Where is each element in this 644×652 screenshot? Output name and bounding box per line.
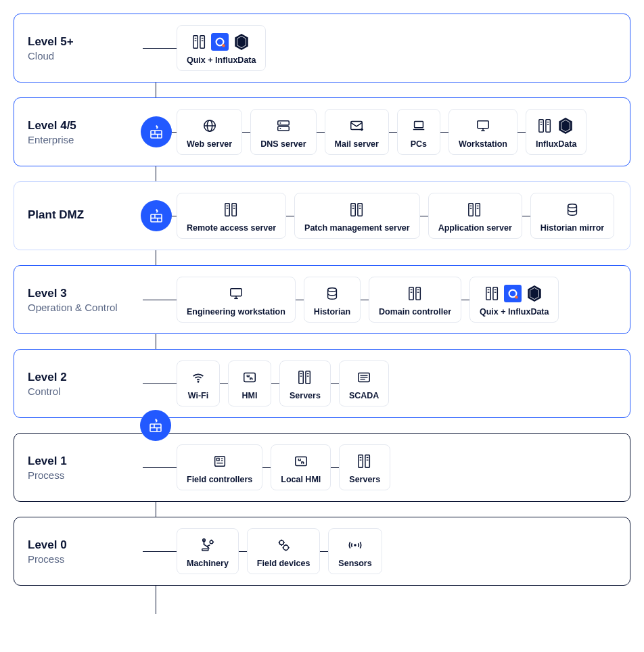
influxdata-node: InfluxData xyxy=(526,109,586,155)
node-label: Local HMI xyxy=(281,475,321,484)
nodes-row: Field controllersLocal HMIServers xyxy=(177,444,390,490)
servers-node: Servers xyxy=(279,360,331,406)
node-label: Quix + InfluxData xyxy=(187,55,256,65)
node-icon-row xyxy=(356,368,371,387)
level-title: Level 3 xyxy=(28,287,143,300)
level-title: Level 2 xyxy=(28,371,143,384)
historian-node: Historian xyxy=(304,277,361,323)
node-label: Servers xyxy=(349,475,380,484)
level-title: Plant DMZ xyxy=(28,208,143,222)
dns-server-node: DNS server xyxy=(250,109,316,155)
node-label: DNS server xyxy=(260,139,306,149)
level-label: Plant DMZ xyxy=(28,208,143,223)
level-subtitle: Operation & Control xyxy=(28,302,143,313)
rack-icon xyxy=(298,370,313,385)
level-subtitle: Enterprise xyxy=(28,134,143,145)
level-level1: Level 1ProcessField controllersLocal HMI… xyxy=(14,433,630,502)
nodes-row: Quix + InfluxData xyxy=(177,25,266,71)
robot-icon xyxy=(200,538,215,553)
level-title: Level 4/5 xyxy=(28,119,143,133)
rack-icon xyxy=(357,454,372,469)
node-icon-row xyxy=(349,116,364,135)
node-label: Mail server xyxy=(335,139,379,149)
laptop-icon xyxy=(411,118,426,133)
node-label: Wi-Fi xyxy=(188,391,208,400)
level-label: Level 1Process xyxy=(28,455,143,481)
node-icon-row xyxy=(212,452,227,471)
rack-icon xyxy=(350,202,365,217)
node-label: Application server xyxy=(438,223,512,233)
hmi-icon xyxy=(294,454,308,469)
wifi-node: Wi-Fi xyxy=(177,360,220,406)
level-level5plus: Level 5+CloudQuix + InfluxData xyxy=(14,14,630,83)
node-icon-row xyxy=(192,32,250,51)
level-label: Level 3Operation & Control xyxy=(28,287,143,313)
quix-influxdata-node-2: Quix + InfluxData xyxy=(469,277,559,323)
globe-icon xyxy=(202,118,217,133)
node-label: Remote access server xyxy=(187,223,276,233)
influx-icon xyxy=(526,285,543,302)
node-label: Web server xyxy=(187,139,232,149)
firewall-badge-between xyxy=(140,410,171,441)
level-title: Level 1 xyxy=(28,455,143,468)
mail-server-node: Mail server xyxy=(325,109,389,155)
node-icon-row xyxy=(200,536,215,555)
node-label: Engineering workstation xyxy=(187,307,285,317)
quix-icon xyxy=(504,285,522,302)
workstation-node: Workstation xyxy=(448,109,518,155)
controller-icon xyxy=(212,454,227,469)
node-label: Historian xyxy=(314,307,350,317)
firewall-icon xyxy=(148,208,164,224)
db-icon xyxy=(325,286,340,301)
node-icon-row xyxy=(408,284,423,303)
node-icon-row xyxy=(485,284,543,303)
node-label: Sensors xyxy=(338,559,371,568)
sensor-icon xyxy=(348,538,363,553)
level-plantdmz: Plant DMZRemote access serverPatch manag… xyxy=(14,181,630,250)
node-icon-row xyxy=(538,116,574,135)
level-label: Level 5+Cloud xyxy=(28,35,143,62)
node-label: PCs xyxy=(411,139,427,149)
scada-icon xyxy=(356,370,371,385)
nodes-row: Engineering workstationHistorianDomain c… xyxy=(177,277,559,323)
level-level0: Level 0ProcessMachineryField devicesSens… xyxy=(14,517,630,586)
local-hmi-node: Local HMI xyxy=(271,444,331,490)
historian-mirror-node: Historian mirror xyxy=(530,193,614,239)
scada-node: SCADA xyxy=(339,360,389,406)
node-icon-row xyxy=(294,452,308,471)
node-label: SCADA xyxy=(349,391,379,400)
level-subtitle: Control xyxy=(28,386,143,397)
node-label: Domain controller xyxy=(379,307,451,317)
patch-mgmt-node: Patch management server xyxy=(294,193,420,239)
node-icon-row xyxy=(276,116,291,135)
level-title: Level 5+ xyxy=(28,35,143,49)
servers-node-2: Servers xyxy=(339,444,390,490)
monitor-icon xyxy=(229,286,244,301)
node-label: InfluxData xyxy=(536,139,576,149)
node-icon-row xyxy=(325,284,340,303)
node-icon-row xyxy=(565,200,580,219)
node-icon-row xyxy=(411,116,426,135)
hmi-icon xyxy=(242,370,257,385)
quix-icon xyxy=(211,33,229,51)
node-icon-row xyxy=(476,116,490,135)
node-label: Machinery xyxy=(187,559,229,568)
firewall-icon xyxy=(148,124,164,140)
node-icon-row xyxy=(242,368,257,387)
node-icon-row xyxy=(350,200,365,219)
influx-icon xyxy=(557,117,574,135)
quix-influxdata-node: Quix + InfluxData xyxy=(177,25,266,71)
web-server-node: Web server xyxy=(177,109,242,155)
level-label: Level 2Control xyxy=(28,371,143,397)
pcs-node: PCs xyxy=(397,109,440,155)
node-label: Field controllers xyxy=(187,475,252,484)
domain-controller-node: Domain controller xyxy=(369,277,461,323)
level-subtitle: Process xyxy=(28,553,143,565)
node-icon-row xyxy=(467,200,482,219)
nodes-row: Wi-FiHMIServersSCADA xyxy=(177,360,389,406)
node-label: HMI xyxy=(242,391,258,400)
rack-icon xyxy=(224,202,239,217)
level-title: Level 0 xyxy=(28,538,143,552)
dns-icon xyxy=(276,118,291,133)
level-label: Level 0Process xyxy=(28,538,143,565)
